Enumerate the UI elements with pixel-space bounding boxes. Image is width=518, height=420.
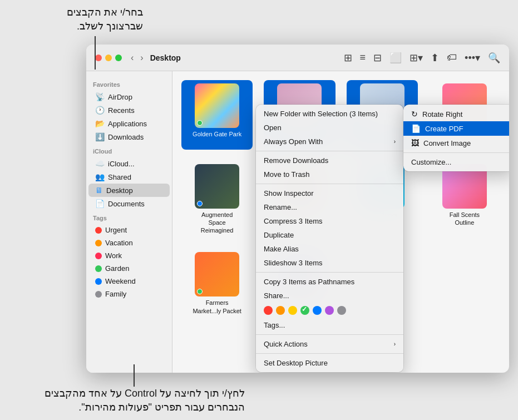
sidebar-item-shared-label: Shared	[108, 173, 131, 181]
submenu-customize[interactable]: Customize...	[403, 155, 509, 169]
urgent-dot	[95, 227, 102, 234]
create-pdf-icon: 📄	[411, 124, 421, 133]
icloud-section-label: iCloud	[86, 144, 172, 157]
close-button[interactable]	[95, 55, 102, 61]
sidebar-item-applications[interactable]: 📂 Applications	[88, 117, 170, 130]
group-button[interactable]: ⊞▾	[410, 52, 423, 64]
back-button[interactable]: ‹	[129, 52, 136, 64]
sidebar: Favorites 📡 AirDrop 🕐 Recents 📂 Applicat…	[86, 71, 172, 373]
file-label-fm: Farmers Market...ly Packet	[192, 299, 242, 315]
sidebar-tag-urgent[interactable]: Urgent	[88, 224, 170, 236]
submenu-sep	[403, 152, 509, 153]
ctx-make-alias-label: Make Alias	[264, 245, 299, 253]
icon-view-button[interactable]: ⊞	[344, 52, 352, 64]
ctx-rename-label: Rename...	[264, 203, 297, 211]
ctx-move-trash[interactable]: Move to Trash	[256, 167, 403, 181]
ctx-quick-actions[interactable]: Quick Actions ›	[256, 337, 403, 351]
context-menu: New Folder with Selection (3 Items) Open…	[256, 105, 403, 372]
submenu-rotate-right[interactable]: ↻ Rotate Right	[403, 107, 509, 121]
maximize-button[interactable]	[115, 55, 122, 61]
gallery-view-button[interactable]: ⬜	[389, 52, 402, 64]
ctx-duplicate-label: Duplicate	[264, 231, 294, 239]
ctx-set-desktop[interactable]: Set Desktop Picture	[256, 356, 403, 370]
color-blue[interactable]	[313, 306, 322, 315]
applications-icon: 📂	[95, 119, 105, 128]
work-dot	[95, 253, 102, 259]
ctx-duplicate[interactable]: Duplicate	[256, 228, 403, 242]
tag-button[interactable]: 🏷	[447, 52, 457, 63]
chevron-right-icon: ›	[394, 139, 396, 145]
sidebar-item-desktop[interactable]: 🖥 Desktop	[88, 184, 170, 197]
ctx-show-inspector[interactable]: Show Inspector	[256, 186, 403, 200]
file-thumb-asr	[195, 164, 239, 209]
ctx-share[interactable]: Share...	[256, 289, 403, 303]
traffic-lights	[95, 55, 122, 61]
sidebar-item-icloud[interactable]: ☁️ iCloud...	[88, 157, 170, 170]
ctx-set-desktop-label: Set Desktop Picture	[264, 359, 328, 367]
quick-actions-chevron-icon: ›	[394, 341, 396, 347]
ctx-slideshow-label: Slideshow 3 Items	[264, 259, 323, 267]
sidebar-tag-vacation[interactable]: Vacation	[88, 236, 170, 249]
ctx-sep-3	[256, 272, 403, 273]
submenu-rotate-right-label: Rotate Right	[422, 110, 462, 118]
rotate-right-icon: ↻	[411, 110, 418, 118]
ctx-tags[interactable]: Tags...	[256, 318, 403, 332]
more-button[interactable]: •••▾	[465, 52, 480, 64]
file-item-fm[interactable]: Farmers Market...ly Packet	[181, 249, 253, 318]
sidebar-tag-garden[interactable]: Garden	[88, 262, 170, 275]
sidebar-item-desktop-label: Desktop	[106, 186, 133, 195]
forward-button[interactable]: ›	[138, 52, 145, 64]
search-button[interactable]: 🔍	[488, 52, 500, 64]
minimize-button[interactable]	[105, 55, 112, 61]
sidebar-item-documents-label: Documents	[108, 200, 145, 208]
file-item-fs[interactable]: Fall Scents Outline	[429, 161, 500, 238]
ctx-sep-2	[256, 184, 403, 184]
file-item-asr[interactable]: Augmented Space Reimagined	[181, 161, 253, 238]
ctx-color-picker	[256, 303, 403, 318]
finder-window: ‹ › Desktop ⊞ ≡ ⊟ ⬜ ⊞▾ ⬆ 🏷 •••▾ 🔍 Favori…	[86, 45, 509, 373]
color-yellow[interactable]	[288, 306, 297, 315]
ctx-open-label: Open	[264, 123, 282, 132]
list-view-button[interactable]: ≡	[360, 52, 366, 63]
sidebar-item-recents[interactable]: 🕐 Recents	[88, 103, 170, 117]
color-gray[interactable]	[337, 306, 346, 315]
ctx-always-open-with[interactable]: Always Open With ›	[256, 135, 403, 149]
ctx-remove-downloads[interactable]: Remove Downloads	[256, 154, 403, 167]
column-view-button[interactable]: ⊟	[373, 52, 382, 64]
file-area: Golden Gate Park Light and Shadow 01 Lig…	[172, 71, 509, 373]
sidebar-tag-work[interactable]: Work	[88, 249, 170, 262]
sidebar-item-downloads[interactable]: ⬇️ Downloads	[88, 130, 170, 144]
submenu-convert-image-label: Convert Image	[423, 139, 471, 147]
sidebar-item-airdrop[interactable]: 📡 AirDrop	[88, 90, 170, 103]
file-thumb-fm	[195, 252, 239, 297]
airdrop-icon: 📡	[95, 92, 105, 101]
sidebar-item-shared[interactable]: 👥 Shared	[88, 170, 170, 184]
sidebar-tag-family[interactable]: Family	[88, 288, 170, 300]
sidebar-item-applications-label: Applications	[108, 120, 147, 128]
ctx-slideshow[interactable]: Slideshow 3 Items	[256, 256, 403, 270]
shared-icon: 👥	[95, 172, 105, 181]
ctx-copy-pathnames-label: Copy 3 Items as Pathnames	[264, 278, 354, 286]
file-label-asr: Augmented Space Reimagined	[192, 211, 242, 235]
file-item-ggp[interactable]: Golden Gate Park	[181, 80, 253, 150]
ctx-make-alias[interactable]: Make Alias	[256, 242, 403, 256]
ctx-quick-actions-label: Quick Actions	[264, 340, 308, 348]
sidebar-tag-weekend[interactable]: Weekend	[88, 275, 170, 288]
ctx-copy-pathnames[interactable]: Copy 3 Items as Pathnames	[256, 275, 403, 289]
submenu-convert-image[interactable]: 🖼 Convert Image	[403, 136, 509, 150]
share-button[interactable]: ⬆	[431, 52, 439, 64]
color-red[interactable]	[264, 306, 273, 315]
sidebar-tag-family-label: Family	[105, 290, 126, 298]
ctx-rename[interactable]: Rename...	[256, 200, 403, 214]
color-purple[interactable]	[325, 306, 334, 315]
ctx-new-folder[interactable]: New Folder with Selection (3 Items)	[256, 107, 403, 121]
submenu-customize-label: Customize...	[411, 158, 451, 166]
downloads-icon: ⬇️	[95, 132, 105, 141]
ctx-compress[interactable]: Compress 3 Items	[256, 214, 403, 228]
sidebar-item-documents[interactable]: 📄 Documents	[88, 197, 170, 210]
ctx-tags-label: Tags...	[264, 321, 285, 329]
color-orange[interactable]	[276, 306, 285, 315]
color-green[interactable]	[300, 306, 309, 315]
ctx-open[interactable]: Open	[256, 121, 403, 135]
submenu-create-pdf[interactable]: 📄 Create PDF	[403, 121, 509, 136]
